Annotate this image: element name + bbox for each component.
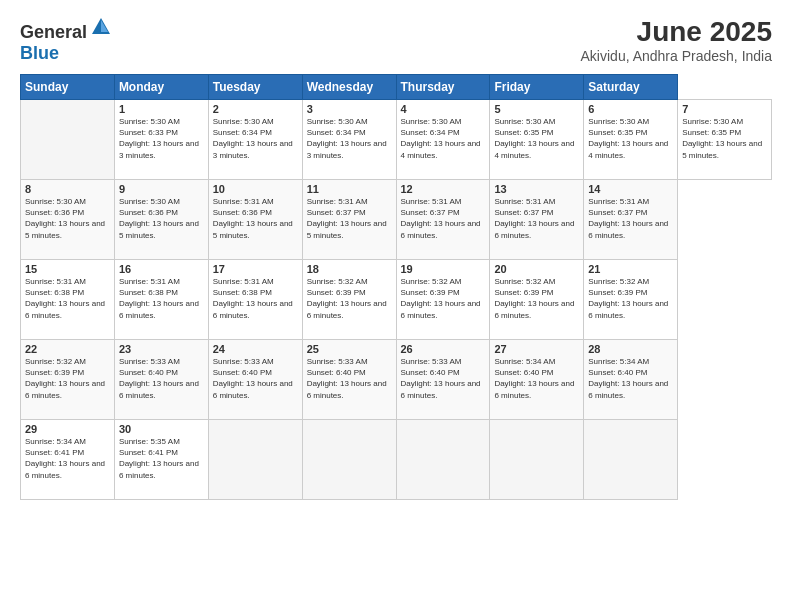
day-info: Sunrise: 5:30 AMSunset: 6:33 PMDaylight:… bbox=[119, 116, 204, 161]
day-info: Sunrise: 5:33 AMSunset: 6:40 PMDaylight:… bbox=[307, 356, 392, 401]
table-cell bbox=[584, 420, 678, 500]
logo-general: General bbox=[20, 22, 87, 42]
calendar-header-row: Sunday Monday Tuesday Wednesday Thursday… bbox=[21, 75, 772, 100]
calendar-week-1: 1Sunrise: 5:30 AMSunset: 6:33 PMDaylight… bbox=[21, 100, 772, 180]
day-number: 9 bbox=[119, 183, 204, 195]
table-cell: 28Sunrise: 5:34 AMSunset: 6:40 PMDayligh… bbox=[584, 340, 678, 420]
day-number: 3 bbox=[307, 103, 392, 115]
day-number: 30 bbox=[119, 423, 204, 435]
table-cell: 10Sunrise: 5:31 AMSunset: 6:36 PMDayligh… bbox=[208, 180, 302, 260]
day-number: 24 bbox=[213, 343, 298, 355]
table-cell: 16Sunrise: 5:31 AMSunset: 6:38 PMDayligh… bbox=[114, 260, 208, 340]
day-info: Sunrise: 5:31 AMSunset: 6:37 PMDaylight:… bbox=[588, 196, 673, 241]
day-number: 12 bbox=[401, 183, 486, 195]
day-number: 11 bbox=[307, 183, 392, 195]
day-info: Sunrise: 5:33 AMSunset: 6:40 PMDaylight:… bbox=[213, 356, 298, 401]
day-number: 14 bbox=[588, 183, 673, 195]
day-info: Sunrise: 5:30 AMSunset: 6:35 PMDaylight:… bbox=[494, 116, 579, 161]
day-number: 5 bbox=[494, 103, 579, 115]
table-cell: 1Sunrise: 5:30 AMSunset: 6:33 PMDaylight… bbox=[114, 100, 208, 180]
logo-text: General Blue bbox=[20, 16, 112, 64]
day-number: 27 bbox=[494, 343, 579, 355]
day-number: 16 bbox=[119, 263, 204, 275]
logo-blue: Blue bbox=[20, 43, 59, 63]
day-info: Sunrise: 5:33 AMSunset: 6:40 PMDaylight:… bbox=[119, 356, 204, 401]
day-number: 15 bbox=[25, 263, 110, 275]
day-info: Sunrise: 5:31 AMSunset: 6:38 PMDaylight:… bbox=[213, 276, 298, 321]
day-number: 23 bbox=[119, 343, 204, 355]
table-cell bbox=[302, 420, 396, 500]
table-cell: 27Sunrise: 5:34 AMSunset: 6:40 PMDayligh… bbox=[490, 340, 584, 420]
day-info: Sunrise: 5:34 AMSunset: 6:41 PMDaylight:… bbox=[25, 436, 110, 481]
day-number: 7 bbox=[682, 103, 767, 115]
day-number: 6 bbox=[588, 103, 673, 115]
table-cell: 18Sunrise: 5:32 AMSunset: 6:39 PMDayligh… bbox=[302, 260, 396, 340]
day-info: Sunrise: 5:31 AMSunset: 6:36 PMDaylight:… bbox=[213, 196, 298, 241]
table-cell: 26Sunrise: 5:33 AMSunset: 6:40 PMDayligh… bbox=[396, 340, 490, 420]
col-wednesday: Wednesday bbox=[302, 75, 396, 100]
table-cell: 2Sunrise: 5:30 AMSunset: 6:34 PMDaylight… bbox=[208, 100, 302, 180]
table-cell: 5Sunrise: 5:30 AMSunset: 6:35 PMDaylight… bbox=[490, 100, 584, 180]
day-info: Sunrise: 5:34 AMSunset: 6:40 PMDaylight:… bbox=[588, 356, 673, 401]
day-number: 8 bbox=[25, 183, 110, 195]
table-cell: 6Sunrise: 5:30 AMSunset: 6:35 PMDaylight… bbox=[584, 100, 678, 180]
table-cell: 30Sunrise: 5:35 AMSunset: 6:41 PMDayligh… bbox=[114, 420, 208, 500]
table-cell: 3Sunrise: 5:30 AMSunset: 6:34 PMDaylight… bbox=[302, 100, 396, 180]
day-number: 18 bbox=[307, 263, 392, 275]
table-cell: 21Sunrise: 5:32 AMSunset: 6:39 PMDayligh… bbox=[584, 260, 678, 340]
day-number: 20 bbox=[494, 263, 579, 275]
col-sunday: Sunday bbox=[21, 75, 115, 100]
calendar-title: June 2025 bbox=[581, 16, 772, 48]
day-info: Sunrise: 5:32 AMSunset: 6:39 PMDaylight:… bbox=[25, 356, 110, 401]
day-info: Sunrise: 5:33 AMSunset: 6:40 PMDaylight:… bbox=[401, 356, 486, 401]
title-block: June 2025 Akividu, Andhra Pradesh, India bbox=[581, 16, 772, 64]
col-tuesday: Tuesday bbox=[208, 75, 302, 100]
day-info: Sunrise: 5:34 AMSunset: 6:40 PMDaylight:… bbox=[494, 356, 579, 401]
day-info: Sunrise: 5:32 AMSunset: 6:39 PMDaylight:… bbox=[588, 276, 673, 321]
day-info: Sunrise: 5:31 AMSunset: 6:38 PMDaylight:… bbox=[119, 276, 204, 321]
day-number: 22 bbox=[25, 343, 110, 355]
day-number: 26 bbox=[401, 343, 486, 355]
day-info: Sunrise: 5:30 AMSunset: 6:35 PMDaylight:… bbox=[588, 116, 673, 161]
table-cell: 8Sunrise: 5:30 AMSunset: 6:36 PMDaylight… bbox=[21, 180, 115, 260]
table-cell: 15Sunrise: 5:31 AMSunset: 6:38 PMDayligh… bbox=[21, 260, 115, 340]
day-number: 28 bbox=[588, 343, 673, 355]
logo-icon bbox=[90, 16, 112, 38]
day-number: 29 bbox=[25, 423, 110, 435]
calendar-week-5: 29Sunrise: 5:34 AMSunset: 6:41 PMDayligh… bbox=[21, 420, 772, 500]
table-cell: 24Sunrise: 5:33 AMSunset: 6:40 PMDayligh… bbox=[208, 340, 302, 420]
table-cell: 29Sunrise: 5:34 AMSunset: 6:41 PMDayligh… bbox=[21, 420, 115, 500]
day-info: Sunrise: 5:32 AMSunset: 6:39 PMDaylight:… bbox=[307, 276, 392, 321]
table-cell: 17Sunrise: 5:31 AMSunset: 6:38 PMDayligh… bbox=[208, 260, 302, 340]
day-info: Sunrise: 5:31 AMSunset: 6:38 PMDaylight:… bbox=[25, 276, 110, 321]
table-cell bbox=[21, 100, 115, 180]
day-info: Sunrise: 5:30 AMSunset: 6:35 PMDaylight:… bbox=[682, 116, 767, 161]
day-number: 25 bbox=[307, 343, 392, 355]
table-cell: 22Sunrise: 5:32 AMSunset: 6:39 PMDayligh… bbox=[21, 340, 115, 420]
day-info: Sunrise: 5:31 AMSunset: 6:37 PMDaylight:… bbox=[401, 196, 486, 241]
table-cell: 9Sunrise: 5:30 AMSunset: 6:36 PMDaylight… bbox=[114, 180, 208, 260]
calendar-header: General Blue June 2025 Akividu, Andhra P… bbox=[20, 16, 772, 64]
day-info: Sunrise: 5:31 AMSunset: 6:37 PMDaylight:… bbox=[307, 196, 392, 241]
logo: General Blue bbox=[20, 16, 112, 64]
day-info: Sunrise: 5:32 AMSunset: 6:39 PMDaylight:… bbox=[494, 276, 579, 321]
col-friday: Friday bbox=[490, 75, 584, 100]
table-cell bbox=[490, 420, 584, 500]
table-cell: 11Sunrise: 5:31 AMSunset: 6:37 PMDayligh… bbox=[302, 180, 396, 260]
table-cell: 25Sunrise: 5:33 AMSunset: 6:40 PMDayligh… bbox=[302, 340, 396, 420]
table-cell bbox=[208, 420, 302, 500]
table-cell: 12Sunrise: 5:31 AMSunset: 6:37 PMDayligh… bbox=[396, 180, 490, 260]
table-cell: 20Sunrise: 5:32 AMSunset: 6:39 PMDayligh… bbox=[490, 260, 584, 340]
table-cell: 14Sunrise: 5:31 AMSunset: 6:37 PMDayligh… bbox=[584, 180, 678, 260]
day-info: Sunrise: 5:30 AMSunset: 6:34 PMDaylight:… bbox=[307, 116, 392, 161]
calendar-week-4: 22Sunrise: 5:32 AMSunset: 6:39 PMDayligh… bbox=[21, 340, 772, 420]
day-info: Sunrise: 5:31 AMSunset: 6:37 PMDaylight:… bbox=[494, 196, 579, 241]
day-info: Sunrise: 5:35 AMSunset: 6:41 PMDaylight:… bbox=[119, 436, 204, 481]
calendar-week-2: 8Sunrise: 5:30 AMSunset: 6:36 PMDaylight… bbox=[21, 180, 772, 260]
table-cell: 19Sunrise: 5:32 AMSunset: 6:39 PMDayligh… bbox=[396, 260, 490, 340]
col-monday: Monday bbox=[114, 75, 208, 100]
day-info: Sunrise: 5:30 AMSunset: 6:36 PMDaylight:… bbox=[119, 196, 204, 241]
day-info: Sunrise: 5:32 AMSunset: 6:39 PMDaylight:… bbox=[401, 276, 486, 321]
calendar-page: General Blue June 2025 Akividu, Andhra P… bbox=[0, 0, 792, 612]
day-info: Sunrise: 5:30 AMSunset: 6:34 PMDaylight:… bbox=[401, 116, 486, 161]
